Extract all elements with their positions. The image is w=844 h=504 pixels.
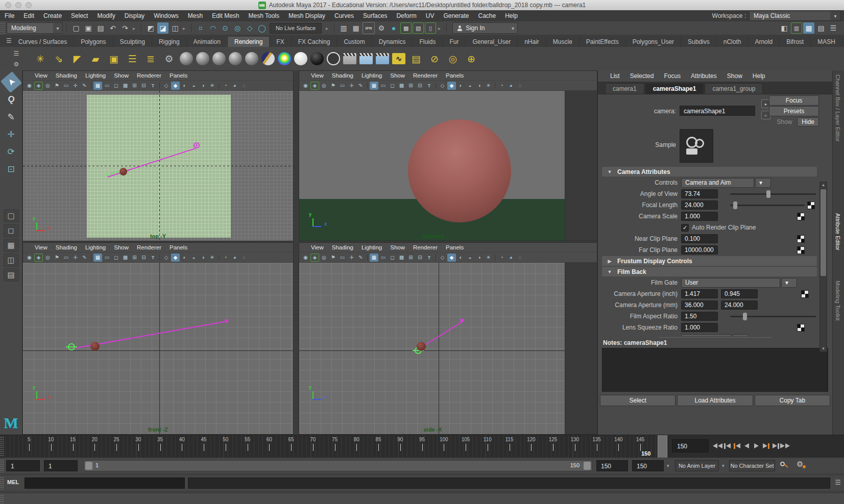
2d-pan-zoom-icon[interactable]: ✛ xyxy=(347,254,356,262)
shelf-tab-rigging[interactable]: Rigging xyxy=(152,37,187,47)
grease-pencil-icon[interactable]: ✎ xyxy=(356,254,365,262)
viewport-menu-shading[interactable]: Shading xyxy=(52,72,81,79)
go-to-start-button[interactable] xyxy=(713,440,722,452)
ae-tab-camera1_group[interactable]: camera1_group xyxy=(705,83,763,94)
viewport-front[interactable]: ViewShadingLightingShowRendererPanels ◉◈… xyxy=(22,242,294,435)
directional-light-icon[interactable]: ⇘ xyxy=(51,51,66,66)
resolution-gate-icon[interactable]: ◻ xyxy=(112,82,120,90)
range-start-handle[interactable] xyxy=(85,462,92,470)
close-button[interactable] xyxy=(5,2,11,8)
textured-icon[interactable]: ◐ xyxy=(456,254,465,262)
2d-pan-zoom-icon[interactable]: ✛ xyxy=(347,82,356,90)
move-tool[interactable]: ✛ xyxy=(4,127,19,142)
menu-cache[interactable]: Cache xyxy=(473,12,500,19)
character-set-dropdown[interactable]: No Character Set xyxy=(729,460,775,471)
playback-start-field[interactable]: 1 xyxy=(44,460,78,471)
use-default-material-icon[interactable]: ◒ xyxy=(189,254,198,262)
workspace-dropdown[interactable]: Maya Classic ▾ xyxy=(749,11,841,21)
chevron-down-icon[interactable]: ▾ xyxy=(667,463,669,468)
grease-pencil-icon[interactable]: ✎ xyxy=(80,82,89,90)
undo-icon[interactable]: ↶ xyxy=(107,22,118,34)
ipr-frame-icon[interactable] xyxy=(359,53,373,64)
use-default-material-icon[interactable]: ◒ xyxy=(466,82,474,90)
pane-camera-icon[interactable]: ◉ xyxy=(25,254,34,262)
menu-select[interactable]: Select xyxy=(66,12,92,19)
viewport-menu-shading[interactable]: Shading xyxy=(328,244,357,250)
play-forwards-button[interactable] xyxy=(752,440,761,452)
timeline-tick-10[interactable]: 10 xyxy=(48,437,54,442)
copy-tab-button[interactable]: Copy Tab xyxy=(755,395,830,406)
shelf-tab-dynamics[interactable]: Dynamics xyxy=(372,37,413,47)
safe-action-icon[interactable]: ⊟ xyxy=(139,82,148,90)
tab-attribute-editor[interactable]: Attribute Editor xyxy=(835,213,841,250)
render-sequence-icon[interactable] xyxy=(376,53,389,64)
film-gate-icon[interactable]: ▭ xyxy=(379,82,388,90)
attribute-editor-scroll-area[interactable]: ▼Camera Attributes Controls Camera and A… xyxy=(602,167,817,336)
ipr-render-icon[interactable]: IPR xyxy=(363,22,375,34)
menu-generate[interactable]: Generate xyxy=(439,12,473,19)
volume-light-icon[interactable]: ▣ xyxy=(106,51,122,66)
render-layers-icon[interactable]: ▤ xyxy=(408,51,424,66)
render-frame-icon[interactable] xyxy=(343,53,356,64)
redo-icon[interactable]: ↷ xyxy=(119,22,131,34)
isolate-select-icon[interactable]: ◔ xyxy=(221,254,230,262)
timeline-tick-50[interactable]: 50 xyxy=(223,437,228,442)
timeline-tick-140[interactable]: 140 xyxy=(614,437,623,442)
far-clip-field[interactable]: 10000.000 xyxy=(681,245,718,255)
new-scene-icon[interactable]: ▢ xyxy=(70,22,82,34)
snap-to-point-icon[interactable]: ⊙ xyxy=(220,22,231,34)
collapse-arrow-icon[interactable]: ▸ xyxy=(183,26,185,31)
timeline-tick-125[interactable]: 125 xyxy=(549,437,558,442)
snap-to-view-plane-icon[interactable]: ◇ xyxy=(244,22,255,34)
viewport-menu-show[interactable]: Show xyxy=(387,244,408,250)
shadows-icon[interactable]: ◑ xyxy=(199,254,207,262)
show-button[interactable]: Show xyxy=(773,118,796,126)
shadows-icon[interactable]: ◑ xyxy=(475,82,484,90)
next-key-button[interactable] xyxy=(761,440,770,452)
resolution-gate-icon[interactable]: ◻ xyxy=(388,82,397,90)
shelf-tab-fluids[interactable]: Fluids xyxy=(413,37,443,47)
menu-mesh-tools[interactable]: Mesh Tools xyxy=(244,12,284,19)
attribute-editor-toggle-icon[interactable]: ▦ xyxy=(803,22,814,34)
exposure-icon[interactable]: ◌ xyxy=(516,254,524,262)
paint-select-tool[interactable]: ✎ xyxy=(4,109,19,124)
lights-icon[interactable]: ☀ xyxy=(208,82,216,90)
live-surface-field[interactable]: No Live Surface xyxy=(270,23,322,34)
menu-uv[interactable]: UV xyxy=(421,12,439,19)
pane-camera-icon[interactable]: ◉ xyxy=(301,254,310,262)
grid-icon[interactable]: ▦ xyxy=(370,82,378,90)
shelf-tab-subdivs[interactable]: Subdivs xyxy=(681,37,717,47)
hide-button[interactable]: Hide xyxy=(797,117,819,127)
pane-camera-icon[interactable]: ◉ xyxy=(301,82,310,90)
ae-menu-focus[interactable]: Focus xyxy=(659,72,686,80)
safe-title-icon[interactable]: T xyxy=(149,82,157,90)
aperture-inch-x-field[interactable]: 1.417 xyxy=(681,289,718,298)
tab-modeling-toolkit[interactable]: Modeling Toolkit xyxy=(835,281,841,321)
tab-channel-box-layer-editor[interactable]: Channel Box / Layer Editor xyxy=(835,74,841,141)
ball-object[interactable] xyxy=(90,342,100,351)
timeline-tick-75[interactable]: 75 xyxy=(332,437,337,442)
range-slider[interactable]: 1 150 xyxy=(84,460,592,471)
shelf-tab-painteffects[interactable]: PaintEffects xyxy=(580,37,626,47)
timeline-tick-120[interactable]: 120 xyxy=(527,437,536,442)
ae-menu-attributes[interactable]: Attributes xyxy=(686,72,722,80)
shelf-tab-custom[interactable]: Custom xyxy=(337,37,372,47)
focal-length-field[interactable]: 24.000 xyxy=(681,200,718,210)
timeline-tick-130[interactable]: 130 xyxy=(570,437,579,442)
batch-render-icon[interactable]: ∿ xyxy=(392,53,405,64)
safe-action-icon[interactable]: ⊟ xyxy=(139,254,148,262)
viewport-menu-renderer[interactable]: Renderer xyxy=(133,72,165,79)
timeline-tick-135[interactable]: 135 xyxy=(592,437,601,442)
material-sample-swatch[interactable] xyxy=(680,129,713,163)
anisotropic-ball-icon[interactable] xyxy=(180,52,193,65)
menu-mesh-display[interactable]: Mesh Display xyxy=(284,12,330,19)
zoom-button[interactable] xyxy=(26,2,32,8)
open-scene-icon[interactable]: ▣ xyxy=(83,22,94,34)
camera-attributes-icon[interactable]: ◎ xyxy=(320,254,328,262)
timeline-tick-145[interactable]: 145 xyxy=(636,437,645,442)
shelf-tab-sculpting[interactable]: Sculpting xyxy=(113,37,152,47)
ae-menu-help[interactable]: Help xyxy=(747,72,770,80)
shelf-tab-fx[interactable]: FX xyxy=(270,37,291,47)
xray-icon[interactable]: ◕ xyxy=(230,82,239,90)
image-plane-icon[interactable]: ▭ xyxy=(338,82,347,90)
